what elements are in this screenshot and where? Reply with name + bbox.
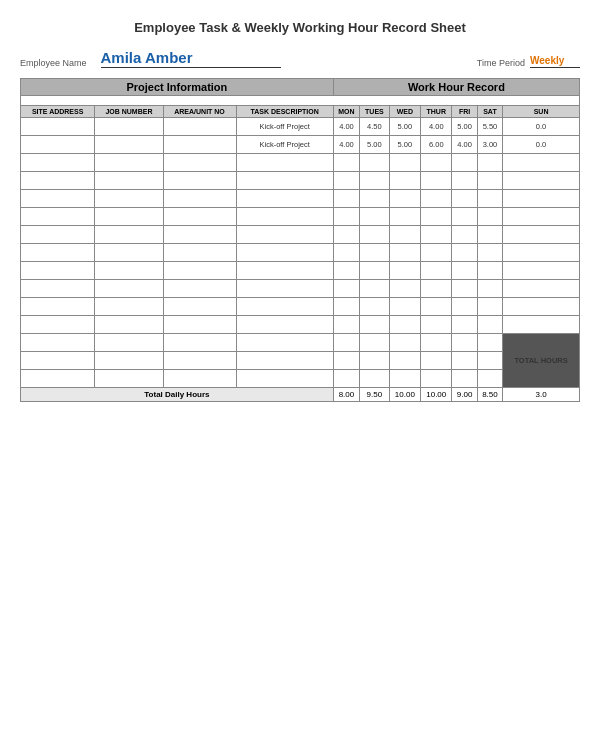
table-row <box>21 208 580 226</box>
cell-site <box>21 226 95 244</box>
cell-thu <box>421 262 452 280</box>
cell-sun <box>503 262 580 280</box>
cell-tue <box>360 280 390 298</box>
cell-area <box>163 226 236 244</box>
cell-fri <box>452 190 477 208</box>
cell-wed: 5.00 <box>389 136 420 154</box>
table-row <box>21 370 580 388</box>
cell-tue <box>360 298 390 316</box>
total-wed: 10.00 <box>389 388 420 402</box>
cell-wed <box>389 280 420 298</box>
cell-thu <box>421 244 452 262</box>
table-row <box>21 298 580 316</box>
cell-mon <box>333 370 359 388</box>
cell-task: Kick-off Project <box>236 136 333 154</box>
header-row: Employee Name Amila Amber Time Period We… <box>20 49 580 68</box>
cell-sat <box>477 172 502 190</box>
col-sat: SAT <box>477 106 502 118</box>
col-task-desc: TASK DESCRIPTION <box>236 106 333 118</box>
col-job-number: JOB NUMBER <box>95 106 163 118</box>
cell-sat <box>477 226 502 244</box>
cell-area <box>163 244 236 262</box>
cell-wed <box>389 190 420 208</box>
total-hours-label-cell: TOTAL HOURS <box>503 334 580 388</box>
col-thu: THUR <box>421 106 452 118</box>
cell-mon <box>333 262 359 280</box>
cell-job <box>95 154 163 172</box>
cell-thu <box>421 154 452 172</box>
cell-thu <box>421 280 452 298</box>
cell-fri <box>452 352 477 370</box>
time-period-label: Time Period <box>477 58 525 68</box>
cell-thu <box>421 226 452 244</box>
total-fri: 9.00 <box>452 388 477 402</box>
cell-fri <box>452 172 477 190</box>
table-row: Kick-off Project4.004.505.004.005.005.50… <box>21 118 580 136</box>
cell-mon <box>333 154 359 172</box>
cell-fri <box>452 280 477 298</box>
cell-area <box>163 370 236 388</box>
cell-fri <box>452 298 477 316</box>
table-row <box>21 172 580 190</box>
table-row <box>21 280 580 298</box>
cell-sat <box>477 154 502 172</box>
cell-fri <box>452 370 477 388</box>
total-label: Total Daily Hours <box>21 388 334 402</box>
cell-site <box>21 172 95 190</box>
cell-task <box>236 334 333 352</box>
cell-wed <box>389 172 420 190</box>
cell-tue <box>360 226 390 244</box>
cell-site <box>21 190 95 208</box>
cell-task <box>236 262 333 280</box>
cell-task: Kick-off Project <box>236 118 333 136</box>
cell-thu <box>421 370 452 388</box>
cell-fri <box>452 316 477 334</box>
cell-job <box>95 370 163 388</box>
cell-area <box>163 172 236 190</box>
cell-mon <box>333 316 359 334</box>
table-row <box>21 226 580 244</box>
cell-area <box>163 208 236 226</box>
cell-job <box>95 262 163 280</box>
cell-area <box>163 154 236 172</box>
cell-fri <box>452 334 477 352</box>
cell-wed <box>389 298 420 316</box>
cell-mon <box>333 334 359 352</box>
table-row <box>21 154 580 172</box>
cell-thu <box>421 190 452 208</box>
cell-task <box>236 208 333 226</box>
cell-wed <box>389 154 420 172</box>
cell-area <box>163 136 236 154</box>
cell-job <box>95 244 163 262</box>
total-sun: 3.0 <box>503 388 580 402</box>
cell-sun: 0.0 <box>503 136 580 154</box>
cell-mon <box>333 226 359 244</box>
table-row: TOTAL HOURS <box>21 334 580 352</box>
cell-task <box>236 244 333 262</box>
total-row: Total Daily Hours 8.00 9.50 10.00 10.00 … <box>21 388 580 402</box>
employee-label: Employee Name <box>20 58 87 68</box>
cell-tue <box>360 172 390 190</box>
table-row <box>21 190 580 208</box>
col-tue: TUES <box>360 106 390 118</box>
cell-area <box>163 118 236 136</box>
cell-sat <box>477 334 502 352</box>
total-tue: 9.50 <box>360 388 390 402</box>
table-row <box>21 352 580 370</box>
employee-name: Amila Amber <box>101 49 281 68</box>
cell-thu: 6.00 <box>421 136 452 154</box>
cell-site <box>21 154 95 172</box>
cell-tue <box>360 316 390 334</box>
total-thu: 10.00 <box>421 388 452 402</box>
cell-sat <box>477 208 502 226</box>
main-table: Project Information Work Hour Record SIT… <box>20 78 580 402</box>
cell-mon <box>333 208 359 226</box>
page-title: Employee Task & Weekly Working Hour Reco… <box>20 20 580 35</box>
cell-fri <box>452 154 477 172</box>
cell-job <box>95 190 163 208</box>
col-site-address: SITE ADDRESS <box>21 106 95 118</box>
cell-wed <box>389 208 420 226</box>
cell-job <box>95 352 163 370</box>
cell-task <box>236 370 333 388</box>
cell-thu <box>421 298 452 316</box>
